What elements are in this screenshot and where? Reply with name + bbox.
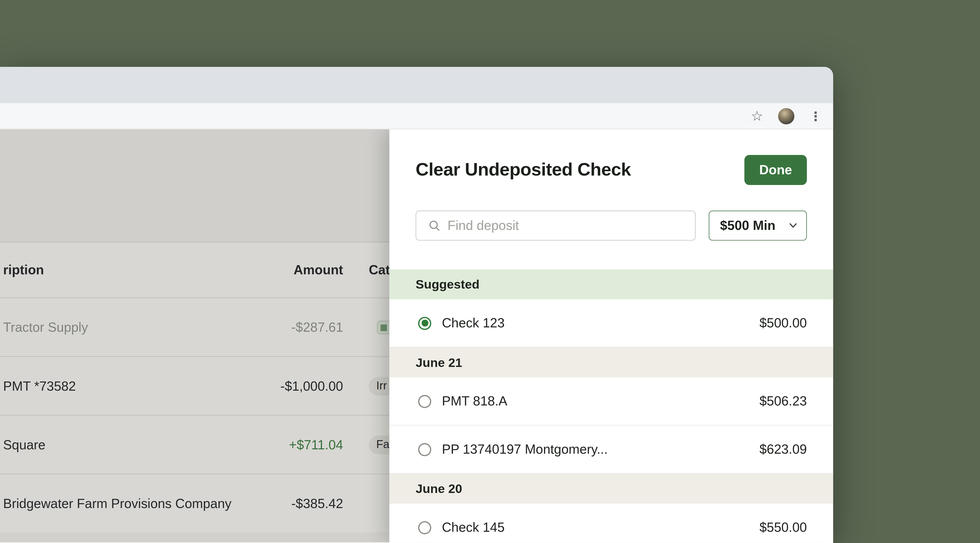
- deposit-option-check-123[interactable]: Check 123 $500.00: [390, 299, 833, 348]
- deposit-name: PP 13740197 Montgomery...: [442, 442, 608, 457]
- amount-filter-value: $500 Min: [720, 218, 775, 233]
- browser-toolbar: ☆ ⋮: [0, 103, 833, 129]
- deposit-option-check-145[interactable]: Check 145 $550.00: [390, 504, 833, 543]
- deposit-amount: $623.09: [759, 442, 807, 457]
- bookmark-star-icon[interactable]: ☆: [751, 109, 763, 123]
- clear-check-drawer: Clear Undeposited Check Done $500 Min: [390, 129, 833, 543]
- section-header-suggested: Suggested: [390, 270, 833, 300]
- chevron-down-icon: [789, 223, 797, 228]
- deposit-name: Check 145: [442, 520, 504, 535]
- modal-scrim[interactable]: [0, 129, 390, 543]
- amount-filter-select[interactable]: $500 Min: [709, 211, 807, 241]
- done-button[interactable]: Done: [745, 155, 807, 185]
- radio-unselected-icon[interactable]: [418, 395, 431, 408]
- search-icon: [429, 220, 440, 231]
- drawer-title: Clear Undeposited Check: [416, 159, 631, 180]
- profile-avatar[interactable]: [778, 108, 794, 124]
- deposit-option-pmt-818a[interactable]: PMT 818.A $506.23: [390, 377, 833, 426]
- search-field[interactable]: [416, 211, 696, 241]
- desktop-backdrop: ☆ ⋮ ription Amount Cat Tractor Supply -$…: [0, 0, 980, 543]
- browser-window: ☆ ⋮ ription Amount Cat Tractor Supply -$…: [0, 67, 833, 543]
- radio-selected-icon[interactable]: [418, 316, 431, 329]
- section-header-june-21: June 21: [390, 348, 833, 378]
- deposit-amount: $500.00: [759, 316, 807, 331]
- deposit-name: Check 123: [442, 316, 504, 331]
- deposit-list: Suggested Check 123 $500.00 June 21 PMT …: [390, 270, 833, 543]
- browser-menu-icon[interactable]: ⋮: [809, 110, 822, 122]
- search-input[interactable]: [447, 218, 695, 233]
- web-content: ription Amount Cat Tractor Supply -$287.…: [0, 129, 833, 543]
- radio-unselected-icon[interactable]: [418, 521, 431, 534]
- deposit-name: PMT 818.A: [442, 394, 507, 409]
- browser-tab-strip: [0, 67, 833, 103]
- deposit-amount: $506.23: [759, 394, 807, 409]
- radio-unselected-icon[interactable]: [418, 443, 431, 456]
- section-header-june-20: June 20: [390, 473, 833, 504]
- deposit-option-pp-montgomery[interactable]: PP 13740197 Montgomery... $623.09: [390, 426, 833, 474]
- deposit-amount: $550.00: [759, 520, 807, 535]
